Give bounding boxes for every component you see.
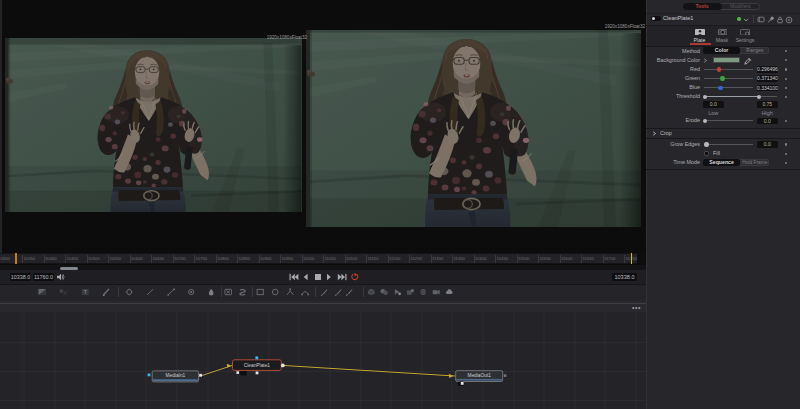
svg-text:T: T [83, 289, 87, 295]
svg-text:MediaIn1: MediaIn1 [166, 373, 186, 378]
svg-text:MediaOut1: MediaOut1 [467, 373, 491, 378]
svg-text:CleanPlate1: CleanPlate1 [244, 363, 270, 368]
